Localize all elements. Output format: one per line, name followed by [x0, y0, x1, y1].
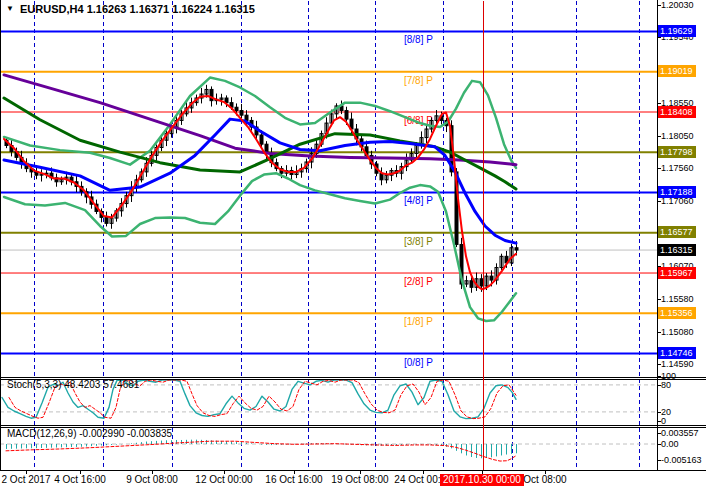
time-axis-label-text: Oct 08:00 [523, 474, 566, 485]
time-axis-label-text: 4 Oct 16:00 [54, 474, 106, 485]
dropdown-arrow-icon: ▼ [6, 4, 14, 13]
macd-axis-label: 0.00 [661, 439, 679, 449]
price-axis-label: 1.17560 [661, 163, 694, 173]
stochastic-indicator-label: Stoch(5,3,3) 48.4203 57.4681 [7, 379, 139, 390]
price-axis-level-badge: 1.19019 [658, 65, 696, 77]
murrey-level-label: [7/8] P [404, 75, 433, 86]
stoch-axis-label: 0 [661, 416, 666, 426]
time-axis-label: Oct 08:00 [500, 474, 590, 485]
ohlc-quote-label: 1.16263 1.16371 1.16224 1.16315 [87, 3, 255, 15]
price-axis-label: 1.18050 [661, 131, 694, 141]
murrey-level-label: [1/8] P [404, 316, 433, 327]
price-axis-label: 1.14590 [661, 359, 694, 369]
price-axis-level-badge: 1.16577 [658, 226, 696, 238]
macd-indicator-label: MACD(12,26,9) -0.002990 -0.003835 [7, 428, 172, 439]
price-axis-level-badge: 1.14746 [658, 347, 696, 359]
murrey-level-label: [4/8] P [404, 195, 433, 206]
time-axis-label-text: 12 Oct 00:00 [195, 474, 252, 485]
murrey-level-label: [3/8] P [404, 236, 433, 247]
current-price-badge: 1.16315 [658, 244, 696, 256]
price-axis-level-badge: 1.19629 [658, 25, 696, 37]
chart-canvas[interactable]: [8/8] P[7/8] P[6/8] P[4/8] P[3/8] P[2/8]… [0, 0, 706, 490]
time-axis-label-text: 9 Oct 08:00 [126, 474, 178, 485]
price-axis-level-badge: 1.15967 [658, 267, 696, 279]
symbol-period-label: EURUSD,H4 [20, 3, 84, 15]
price-axis-label: 1.20030 [661, 0, 694, 10]
macd-axis-label: -0.005163 [661, 455, 702, 465]
murrey-level-label: [2/8] P [404, 276, 433, 287]
price-axis-label: 1.15580 [661, 294, 694, 304]
price-axis-level-badge: 1.15356 [658, 307, 696, 319]
price-axis-level-badge: 1.18408 [658, 106, 696, 118]
chart-title: EURUSD,H4 1.16263 1.16371 1.16224 1.1631… [20, 3, 255, 15]
price-axis-level-badge: 1.17188 [658, 186, 696, 198]
murrey-level-label: [0/8] P [404, 357, 433, 368]
murrey-level-label: [8/8] P [404, 34, 433, 45]
chart-window: [8/8] P[7/8] P[6/8] P[4/8] P[3/8] P[2/8]… [0, 0, 706, 490]
price-axis-label: 1.15080 [661, 327, 694, 337]
stoch-axis-label: 80 [661, 380, 671, 390]
price-axis-level-badge: 1.17798 [658, 146, 696, 158]
macd-axis-label: 0.003557 [661, 428, 699, 438]
